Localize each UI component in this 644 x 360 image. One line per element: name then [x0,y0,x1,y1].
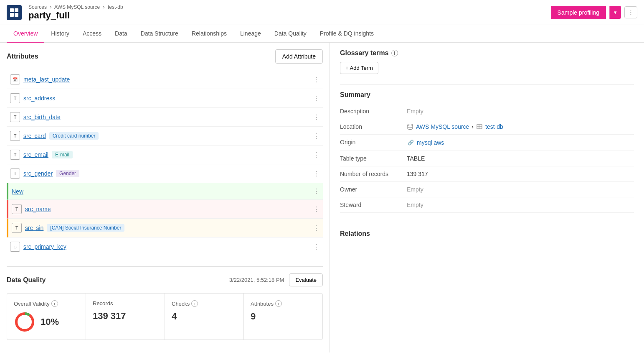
dq-cards: Overall Validity i 10% Records [7,293,323,340]
summary-label-description: Description [340,108,407,115]
donut-chart [14,311,35,333]
dq-card-attributes: Attributes i 9 [244,294,322,340]
breadcrumb-aws-mysql[interactable]: AWS MySQL source [54,4,100,10]
attr-more-icon[interactable] [313,94,319,102]
breadcrumb: Sources › AWS MySQL source › test-db [28,4,123,10]
summary-value-steward: Empty [407,202,423,208]
attr-icon-circle: ○ [10,242,20,252]
dq-card-checks: Checks i 4 [165,294,244,340]
dq-card-records: Records 139 317 [86,294,165,340]
tab-data-structure[interactable]: Data Structure [134,25,185,43]
attributes-info-icon[interactable]: i [275,300,282,307]
attr-name-src-birth-date[interactable]: src_birth_date [23,114,61,120]
add-term-button[interactable]: + Add Term [340,62,378,74]
sample-profiling-dropdown-button[interactable]: ▾ [609,6,621,19]
dq-attributes-value: 9 [251,311,316,322]
glossary-info-icon[interactable]: i [391,50,398,56]
evaluate-button[interactable]: Evaluate [289,273,323,286]
dq-title: Data Quality [7,276,46,284]
attr-icon-text: T [12,223,22,233]
location-link-testdb[interactable]: test-db [485,123,503,130]
summary-section: Summary Description Empty Location AWS M… [340,84,634,213]
attr-more-icon[interactable] [313,113,319,121]
donut-wrap: 10% [14,311,79,333]
summary-label-steward: Steward [340,202,407,208]
tab-history[interactable]: History [44,25,76,43]
breadcrumb-title: Sources › AWS MySQL source › test-db par… [28,4,123,21]
summary-row-records: Number of records 139 317 [340,166,634,182]
attr-name-src-gender[interactable]: src_gender [23,170,53,177]
dq-records-value: 139 317 [93,311,158,322]
more-options-button[interactable]: ⋮ [624,6,637,18]
attr-name-src-sin[interactable]: src_sin [25,225,43,231]
attr-more-icon[interactable] [313,151,319,159]
attr-row-src-primary-key: ○ src_primary_key [7,237,323,256]
summary-row-origin: Origin 🔗 mysql aws [340,135,634,151]
origin-link[interactable]: mysql aws [417,139,444,146]
dq-attributes-label: Attributes i [251,300,316,307]
svg-rect-3 [477,125,482,129]
database-icon [407,123,413,130]
tab-profile-dq[interactable]: Profile & DQ insights [313,25,380,43]
checks-info-icon[interactable]: i [191,300,198,307]
attr-more-icon[interactable] [313,76,319,84]
attr-row-src-card: T src_card Credit card number [7,127,323,146]
attr-badge-gender: Gender [56,170,79,177]
attr-name-src-primary-key[interactable]: src_primary_key [23,243,66,250]
attr-name-src-address[interactable]: src_address [23,95,55,102]
dq-checks-value: 4 [172,311,237,322]
attr-more-icon[interactable] [313,205,319,213]
add-attribute-button[interactable]: Add Attribute [275,49,323,64]
glossary-section: Glossary terms i + Add Term [340,49,634,74]
top-header: Sources › AWS MySQL source › test-db par… [0,0,644,25]
left-panel: Attributes Add Attribute 📅 meta_last_upd… [0,43,330,352]
breadcrumb-testdb[interactable]: test-db [108,4,123,10]
attr-icon-text: T [10,169,20,179]
glossary-title: Glossary terms i [340,49,634,57]
summary-row-steward: Steward Empty [340,197,634,213]
attr-name-new[interactable]: New [12,188,23,195]
dq-validity-label: Overall Validity i [14,300,79,307]
dq-validity-value: 10% [41,317,59,327]
summary-value-owner: Empty [407,186,423,193]
breadcrumb-sources[interactable]: Sources [28,4,47,10]
app-icon[interactable] [7,5,22,20]
summary-row-owner: Owner Empty [340,182,634,197]
attr-name-src-name[interactable]: src_name [25,206,51,212]
attr-name-src-email[interactable]: src_email [23,151,48,158]
dq-timestamp: 3/22/2021, 5:52:18 PM [229,277,284,283]
data-quality-section: Data Quality 3/22/2021, 5:52:18 PM Evalu… [7,266,323,340]
right-panel: Glossary terms i + Add Term Summary Desc… [330,43,644,352]
attr-badge-sin: [CAN] Social Insurance Number [47,224,124,232]
summary-title: Summary [340,91,634,99]
table-icon [476,123,483,130]
summary-label-table-type: Table type [340,155,407,162]
svg-point-2 [408,124,413,126]
attr-row-src-email: T src_email E-mail [7,146,323,164]
relations-section: Relations [340,223,634,237]
attr-row-src-sin: T src_sin [CAN] Social Insurance Number [7,219,323,237]
tab-overview[interactable]: Overview [7,25,44,43]
attr-row-new: New [7,183,323,200]
summary-row-location: Location AWS MySQL source › test-db [340,119,634,135]
attr-more-icon[interactable] [313,132,319,140]
attr-more-icon[interactable] [313,224,319,232]
tab-data-quality[interactable]: Data Quality [268,25,313,43]
attr-name-meta-last-update[interactable]: meta_last_update [23,76,70,83]
sample-profiling-button[interactable]: Sample profiling [551,6,606,19]
header-actions: Sample profiling ▾ ⋮ [551,6,637,19]
attr-more-icon[interactable] [313,187,319,195]
summary-value-origin: 🔗 mysql aws [407,139,444,146]
location-link-aws[interactable]: AWS MySQL source [416,123,469,130]
attr-name-src-card[interactable]: src_card [23,133,46,139]
validity-info-icon[interactable]: i [51,300,58,307]
attr-more-icon[interactable] [313,170,319,178]
tab-lineage[interactable]: Lineage [233,25,268,43]
attr-more-icon[interactable] [313,243,319,251]
summary-row-description: Description Empty [340,104,634,119]
tab-relationships[interactable]: Relationships [185,25,233,43]
tab-access[interactable]: Access [76,25,108,43]
attr-row-src-name: T src_name [7,200,323,219]
tab-data[interactable]: Data [108,25,134,43]
summary-label-num-records: Number of records [340,171,407,177]
